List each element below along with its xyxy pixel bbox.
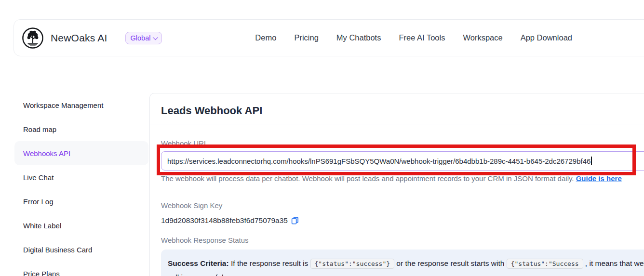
code-chip-success-lower: {"status":"success"}: [310, 259, 395, 269]
sidebar-item-road-map[interactable]: Road map: [14, 117, 148, 141]
chevron-down-icon: [153, 34, 158, 39]
sidebar-item-digital-business-card[interactable]: Digital Business Card: [14, 237, 148, 262]
success-criteria-part2: or the response result starts with: [394, 259, 507, 267]
webhook-description-text: The webhook will process data per chatbo…: [161, 174, 576, 183]
nav-item-pricing[interactable]: Pricing: [294, 33, 318, 42]
settings-sidebar: Workspace Management Road map Webhooks A…: [14, 93, 148, 276]
text-caret: [591, 157, 592, 165]
webhook-url-value: https://services.leadconnectorhq.com/hoo…: [167, 157, 590, 165]
success-criteria-title: Success Criteria:: [168, 259, 229, 267]
sign-key-value: 1d9d20830f3148b88feb3f6d75079a35: [161, 216, 288, 225]
newoaks-tree-logo-icon: [22, 27, 44, 49]
sign-key-row: 1d9d20830f3148b88feb3f6d75079a35: [161, 216, 644, 225]
response-status-label: Webhook Response Status: [161, 236, 644, 245]
sidebar-item-price-plans[interactable]: Price Plans: [14, 262, 148, 276]
guide-link[interactable]: Guide is here: [576, 174, 622, 183]
brand-name: NewOaks AI: [51, 32, 107, 44]
webhook-api-panel: Leads Webhook API Webhook URL https://se…: [149, 93, 644, 276]
webhook-url-input[interactable]: https://services.leadconnectorhq.com/hoo…: [161, 151, 644, 171]
top-header: NewOaks AI Global Demo Pricing My Chatbo…: [13, 19, 644, 56]
region-badge-label: Global: [131, 34, 151, 42]
code-chip-success-upper: {"status":"Success: [507, 259, 583, 269]
success-criteria-part1: If the response result is: [229, 259, 310, 267]
nav-item-free-ai-tools[interactable]: Free AI Tools: [399, 33, 445, 42]
sidebar-item-webhooks-api[interactable]: Webhooks API: [14, 141, 148, 165]
success-criteria-box: Success Criteria: If the response result…: [161, 250, 644, 276]
sidebar-item-error-log[interactable]: Error Log: [14, 189, 148, 213]
sidebar-item-live-chat[interactable]: Live Chat: [14, 165, 148, 189]
nav-item-demo[interactable]: Demo: [255, 33, 276, 42]
webhook-url-label: Webhook URL: [161, 139, 644, 148]
sidebar-item-white-label[interactable]: White Label: [14, 213, 148, 237]
webhook-description: The webhook will process data per chatbo…: [161, 174, 644, 184]
title-divider: [150, 124, 644, 124]
region-selector-badge[interactable]: Global: [125, 32, 162, 44]
sign-key-label: Webhook Sign Key: [161, 201, 644, 210]
nav-item-app-download[interactable]: App Download: [521, 33, 572, 42]
page-title: Leads Webhook API: [161, 93, 644, 118]
copy-icon[interactable]: [291, 217, 299, 224]
nav-item-my-chatbots[interactable]: My Chatbots: [336, 33, 381, 42]
nav-item-workspace[interactable]: Workspace: [463, 33, 502, 42]
main-nav: Demo Pricing My Chatbots Free AI Tools W…: [255, 33, 572, 42]
sidebar-item-workspace-management[interactable]: Workspace Management: [14, 93, 148, 117]
